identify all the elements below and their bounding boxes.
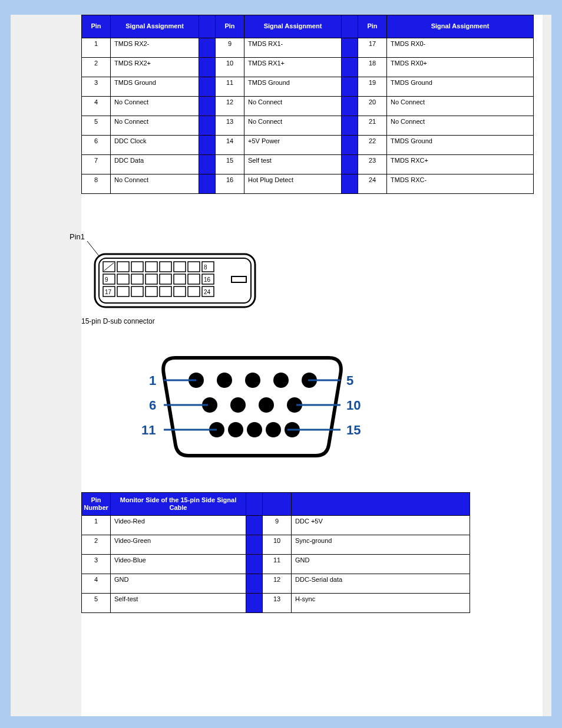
cell-signal: TMDS RX1-: [244, 38, 342, 58]
vga-connector-graphic: 1 6 11 5 10 15: [105, 346, 534, 466]
cell-signal: No Connect: [111, 174, 199, 194]
table-row: 1Video-Red9DDC +5V: [82, 516, 470, 535]
row-spacer: [199, 155, 216, 174]
svg-point-37: [273, 373, 289, 388]
cell-pin: 22: [358, 136, 387, 155]
cell-pin: 2: [82, 535, 111, 555]
svg-text:24: 24: [204, 289, 211, 295]
col-spacer-2: [342, 15, 358, 38]
cell-signal: Self test: [244, 155, 342, 174]
svg-rect-10: [174, 262, 186, 272]
cell-signal: TMDS RX0-: [387, 38, 534, 58]
cell-pin: 7: [82, 155, 111, 174]
svg-rect-30: [174, 286, 186, 297]
svg-text:9: 9: [105, 276, 108, 283]
row-spacer: [342, 116, 358, 136]
cell-signal: Video-Red: [111, 516, 246, 535]
vga-table-container: Pin Number Monitor Side of the 15-pin Si…: [81, 492, 470, 613]
cell-pin: 20: [358, 97, 387, 116]
table-header-row: Pin Number Monitor Side of the 15-pin Si…: [82, 493, 470, 516]
svg-rect-8: [146, 262, 157, 272]
cell-signal: Video-Blue: [111, 555, 246, 574]
cell-signal: DDC-Serial data: [292, 574, 470, 594]
cell-signal: No Connect: [387, 97, 534, 116]
cell-pin: 24: [358, 174, 387, 194]
table-row: 5No Connect13No Connect21No Connect: [82, 116, 534, 136]
cell-signal: Self-test: [111, 594, 246, 613]
row-spacer: [342, 155, 358, 174]
cell-pin: 18: [358, 58, 387, 77]
cell-pin: 1: [82, 516, 111, 535]
svg-text:16: 16: [204, 276, 211, 283]
cell-pin: 6: [82, 136, 111, 155]
col-spacer-1: [199, 15, 216, 38]
svg-text:10: 10: [346, 398, 361, 413]
dvi-table-container: Pin Signal Assignment Pin Signal Assignm…: [81, 15, 534, 194]
cell-signal: Sync-ground: [292, 535, 470, 555]
vga-pin-table: Pin Number Monitor Side of the 15-pin Si…: [81, 492, 470, 613]
svg-rect-29: [160, 286, 171, 297]
cell-signal: DDC Data: [111, 155, 199, 174]
row-spacer: [246, 594, 263, 613]
row-spacer: [199, 116, 216, 136]
table-row: 8No Connect16Hot Plug Detect24TMDS RXC-: [82, 174, 534, 194]
cell-pin: 19: [358, 77, 387, 97]
row-spacer: [199, 58, 216, 77]
cell-signal: GND: [111, 574, 246, 594]
left-sidebar: [11, 15, 81, 716]
cell-pin: 15: [216, 155, 244, 174]
right-sidebar: [543, 15, 551, 716]
page-frame: Pin Signal Assignment Pin Signal Assignm…: [0, 0, 562, 716]
svg-rect-31: [188, 286, 200, 297]
cell-signal: No Connect: [244, 97, 342, 116]
row-spacer: [199, 77, 216, 97]
cell-pin: 11: [263, 555, 292, 574]
cell-pin: 12: [216, 97, 244, 116]
table-row: 2Video-Green10Sync-ground: [82, 535, 470, 555]
dvi-pin-table: Pin Signal Assignment Pin Signal Assignm…: [81, 15, 534, 194]
svg-text:17: 17: [105, 289, 112, 295]
cell-signal: DDC +5V: [292, 516, 470, 535]
svg-rect-21: [188, 274, 200, 284]
row-spacer: [246, 555, 263, 574]
paper-sheet: Pin Signal Assignment Pin Signal Assignm…: [11, 15, 551, 716]
table-row: 3TMDS Ground11TMDS Ground19TMDS Ground: [82, 77, 534, 97]
svg-text:5: 5: [346, 373, 353, 388]
svg-point-36: [245, 373, 260, 388]
svg-rect-26: [117, 286, 129, 297]
svg-rect-17: [131, 274, 143, 284]
cell-signal: No Connect: [111, 116, 199, 136]
cell-pin: 8: [82, 174, 111, 194]
cell-pin: 11: [216, 77, 244, 97]
svg-rect-6: [117, 262, 129, 272]
col-pin-1: Pin: [82, 15, 111, 38]
col-pin-2: Pin: [216, 15, 244, 38]
vga-col-sig2: [292, 493, 470, 516]
table-row: 5Self-test13H-sync: [82, 594, 470, 613]
svg-point-44: [228, 422, 243, 437]
cell-pin: 3: [82, 555, 111, 574]
cell-pin: 1: [82, 38, 111, 58]
cell-pin: 2: [82, 58, 111, 77]
pin1-label: Pin1: [70, 232, 85, 241]
cell-signal: No Connect: [111, 97, 199, 116]
svg-rect-3: [232, 276, 246, 282]
svg-point-41: [259, 397, 274, 413]
svg-point-45: [247, 422, 262, 437]
cell-signal: TMDS Ground: [244, 77, 342, 97]
svg-point-35: [217, 373, 232, 388]
vga-col-sig: Monitor Side of the 15-pin Side Signal C…: [111, 493, 246, 516]
cell-signal: TMDS RX1+: [244, 58, 342, 77]
svg-rect-20: [174, 274, 186, 284]
row-spacer: [199, 136, 216, 155]
cell-pin: 4: [82, 574, 111, 594]
svg-rect-19: [160, 274, 171, 284]
svg-rect-7: [131, 262, 143, 272]
svg-point-40: [230, 397, 246, 413]
cell-signal: TMDS RX2+: [111, 58, 199, 77]
cell-pin: 4: [82, 97, 111, 116]
cell-pin: 5: [82, 116, 111, 136]
cell-signal: Hot Plug Detect: [244, 174, 342, 194]
cell-signal: No Connect: [244, 116, 342, 136]
cell-signal: +5V Power: [244, 136, 342, 155]
